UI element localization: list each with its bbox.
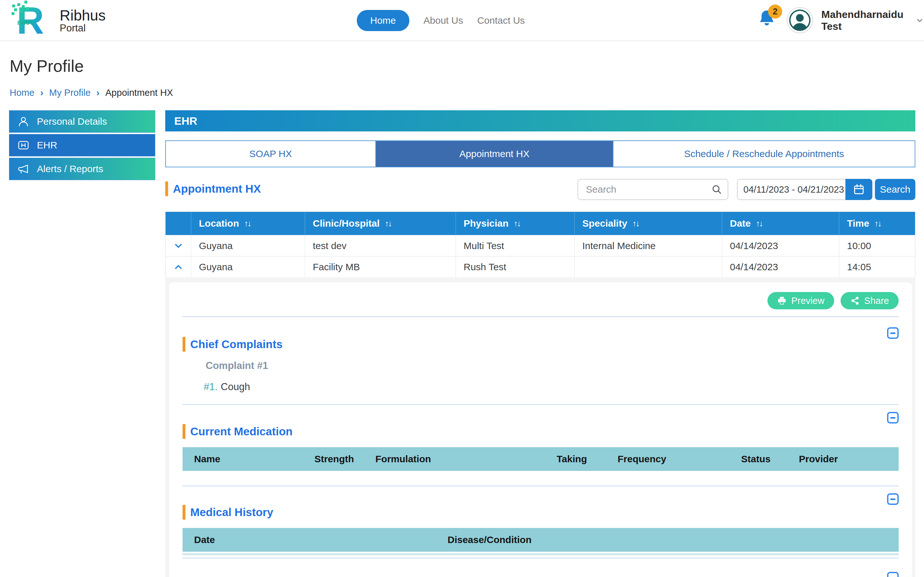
col-date[interactable]: Date ↑↓ xyxy=(722,212,839,235)
complaint-number: #1. xyxy=(204,381,218,392)
main-content: EHR SOAP HX Appointment HX Schedule / Re… xyxy=(165,110,915,577)
sort-icon[interactable]: ↑↓ xyxy=(384,219,391,229)
avatar[interactable] xyxy=(787,7,813,33)
med-col-formulation: Formulation xyxy=(364,454,545,464)
table-row: Guyana test dev Multi Test Internal Medi… xyxy=(166,235,915,256)
medication-table-header: Name Strength Formulation Taking Frequen… xyxy=(183,447,899,471)
breadcrumb-home[interactable]: Home xyxy=(10,87,34,98)
preview-button[interactable]: Preview xyxy=(767,292,834,309)
expanded-detail-area: Preview Share xyxy=(165,277,915,577)
med-col-taking: Taking xyxy=(545,454,606,464)
orange-accent-bar xyxy=(183,337,186,351)
sidebar-item-label: Alerts / Reports xyxy=(37,163,103,174)
ehr-icon xyxy=(18,139,29,151)
mh-col-disease: Disease/Condition xyxy=(436,534,899,545)
medical-history-heading: Medical History xyxy=(183,486,899,520)
calendar-icon xyxy=(853,183,865,196)
chevron-down-icon xyxy=(915,15,924,26)
sidebar-item-ehr[interactable]: EHR xyxy=(9,134,155,156)
complaint-item: #1.Cough xyxy=(204,381,899,393)
search-icon[interactable] xyxy=(711,184,722,195)
user-menu[interactable]: Mahendharnaidu Test xyxy=(821,0,924,41)
sort-icon[interactable]: ↑↓ xyxy=(632,219,639,229)
date-range-group xyxy=(737,179,872,200)
ehr-panel-title: EHR xyxy=(174,115,197,127)
chevron-up-icon xyxy=(173,261,184,272)
user-name: Mahendharnaidu Test xyxy=(821,9,911,32)
tab-label: Schedule / Reschedule Appointments xyxy=(684,148,844,159)
sort-icon[interactable]: ↑↓ xyxy=(756,219,762,229)
brand-logo[interactable]: R BHUS Ribhus Portal xyxy=(17,3,105,39)
tab-appointment-hx[interactable]: Appointment HX xyxy=(376,141,614,167)
breadcrumb: Home › My Profile › Appointment HX xyxy=(10,87,173,98)
medical-history-section: Medical History Date Disease/Condition xyxy=(183,486,899,555)
current-medication-section: Current Medication Name Strength Formula… xyxy=(183,405,899,471)
collapse-section-button[interactable] xyxy=(887,493,899,505)
share-button[interactable]: Share xyxy=(841,292,899,309)
breadcrumb-my-profile[interactable]: My Profile xyxy=(49,87,90,98)
sort-icon[interactable]: ↑↓ xyxy=(244,219,250,229)
sort-icon[interactable]: ↑↓ xyxy=(514,219,520,229)
col-location[interactable]: Location ↑↓ xyxy=(191,212,305,235)
tab-label: SOAP HX xyxy=(249,148,292,159)
tab-soap-hx[interactable]: SOAP HX xyxy=(166,141,376,167)
search-button[interactable]: Search xyxy=(875,179,915,200)
row-date: 04/14/2023 xyxy=(730,261,778,272)
tab-schedule-reschedule[interactable]: Schedule / Reschedule Appointments xyxy=(614,141,915,167)
logo-r-icon: R BHUS xyxy=(17,3,55,39)
sidebar: Personal Details EHR Alerts / Reports xyxy=(9,110,155,181)
row-clinic: Facility MB xyxy=(313,261,360,272)
logo-dots-icon xyxy=(12,5,15,7)
section-title: Current Medication xyxy=(190,425,292,438)
sidebar-item-alerts-reports[interactable]: Alerts / Reports xyxy=(9,158,155,180)
sidebar-item-label: EHR xyxy=(37,140,57,151)
med-col-strength: Strength xyxy=(303,454,364,464)
row-location: Guyana xyxy=(199,240,233,251)
column-label: Physician xyxy=(464,218,509,229)
printer-icon xyxy=(777,296,787,306)
column-label: Clinic/Hospital xyxy=(313,218,380,229)
nav-about-us[interactable]: About Us xyxy=(423,15,463,26)
ehr-tabs: SOAP HX Appointment HX Schedule / Resche… xyxy=(165,140,915,167)
med-col-frequency: Frequency xyxy=(606,454,730,464)
sort-icon[interactable]: ↑↓ xyxy=(874,219,881,229)
search-input[interactable] xyxy=(577,179,728,200)
avatar-person-icon xyxy=(788,9,811,32)
surgical-history-heading: Surgical History xyxy=(183,558,899,577)
collapse-section-button[interactable] xyxy=(887,572,899,577)
date-range-input[interactable] xyxy=(737,179,845,200)
minus-icon xyxy=(890,498,895,500)
row-physician: Multi Test xyxy=(464,240,504,251)
sidebar-item-personal-details[interactable]: Personal Details xyxy=(9,110,155,133)
col-physician[interactable]: Physician ↑↓ xyxy=(456,212,575,235)
column-label: Time xyxy=(847,218,869,229)
ehr-panel-header: EHR xyxy=(165,110,915,131)
collapse-section-button[interactable] xyxy=(887,412,899,424)
orange-accent-bar xyxy=(183,505,186,520)
notifications-button[interactable]: 2 xyxy=(758,8,780,32)
appointment-table: Location ↑↓ Clinic/Hospital ↑↓ Physician… xyxy=(165,211,915,277)
col-clinic-hospital[interactable]: Clinic/Hospital ↑↓ xyxy=(305,212,456,235)
expand-row-button[interactable] xyxy=(166,235,191,256)
calendar-button[interactable] xyxy=(845,179,872,200)
minus-icon xyxy=(890,417,895,419)
col-time[interactable]: Time ↑↓ xyxy=(839,212,915,235)
row-time: 14:05 xyxy=(847,261,871,272)
row-physician: Rush Test xyxy=(464,261,506,272)
logo-bhus-text: BHUS xyxy=(17,20,34,26)
tab-label: Appointment HX xyxy=(459,148,529,159)
surgical-history-section: Surgical History Date Name xyxy=(183,558,899,577)
collapse-row-button[interactable] xyxy=(166,256,191,277)
current-medication-heading: Current Medication xyxy=(183,405,899,439)
ehr-detail-panel: Preview Share xyxy=(169,282,912,577)
nav-home[interactable]: Home xyxy=(357,10,409,31)
column-label: Speciality xyxy=(582,218,627,229)
nav-contact-us[interactable]: Contact Us xyxy=(477,15,525,26)
col-speciality[interactable]: Speciality ↑↓ xyxy=(575,212,722,235)
collapse-section-button[interactable] xyxy=(887,327,899,339)
row-date: 04/14/2023 xyxy=(730,240,778,251)
chief-complaints-section: Chief Complaints Complaint #1 #1.Cough xyxy=(183,317,899,393)
mh-col-date: Date xyxy=(183,534,436,545)
column-label: Location xyxy=(199,218,239,229)
section-title: Chief Complaints xyxy=(190,338,283,351)
